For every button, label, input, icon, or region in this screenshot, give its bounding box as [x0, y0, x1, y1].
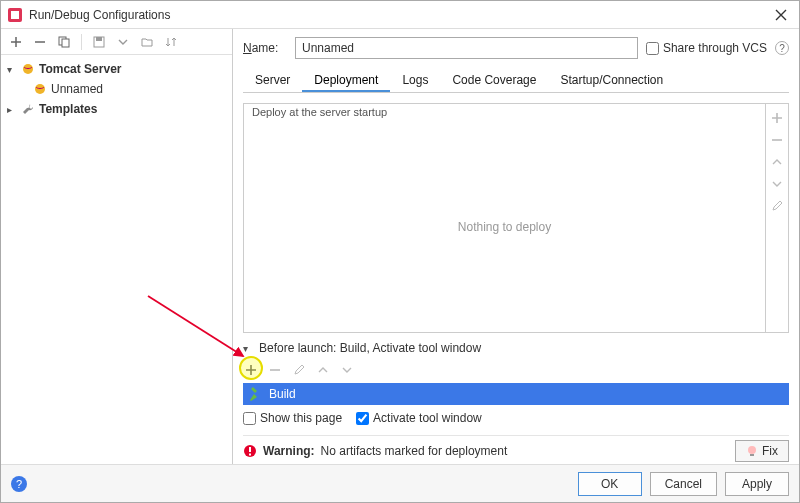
error-icon [243, 444, 257, 458]
chevron-down-icon [342, 365, 352, 375]
apply-button[interactable]: Apply [725, 472, 789, 496]
share-vcs-checkbox[interactable]: Share through VCS [646, 41, 767, 55]
close-button[interactable] [769, 3, 793, 27]
chevron-up-icon [318, 365, 328, 375]
before-launch-title: Before launch: Build, Activate tool wind… [259, 341, 481, 355]
tomcat-icon [33, 82, 47, 96]
minus-icon [34, 36, 46, 48]
tomcat-icon [21, 62, 35, 76]
chevron-down-icon: ▾ [243, 343, 255, 354]
deploy-add-button[interactable] [769, 110, 785, 126]
tab-server[interactable]: Server [243, 69, 302, 92]
activate-tool-window-checkbox[interactable]: Activate tool window [356, 411, 482, 425]
tab-deployment[interactable]: Deployment [302, 69, 390, 92]
tree-label: Unnamed [51, 82, 103, 96]
pencil-icon [771, 200, 783, 212]
svg-rect-1 [11, 11, 19, 19]
show-this-page-label: Show this page [260, 411, 342, 425]
save-icon [93, 36, 105, 48]
expand-tree-button[interactable] [114, 33, 132, 51]
svg-rect-3 [62, 39, 69, 47]
window-title: Run/Debug Configurations [29, 8, 769, 22]
deploy-up-button[interactable] [769, 154, 785, 170]
bulb-icon [746, 445, 758, 457]
close-icon [775, 9, 787, 21]
add-config-button[interactable] [7, 33, 25, 51]
deploy-placeholder: Nothing to deploy [458, 220, 551, 234]
before-launch-header[interactable]: ▾ Before launch: Build, Activate tool wi… [243, 341, 789, 355]
before-launch-item-label: Build [269, 387, 296, 401]
folder-icon [141, 36, 153, 48]
deploy-body-wrap: Deploy at the server startup Nothing to … [244, 104, 788, 332]
tab-code-coverage[interactable]: Code Coverage [440, 69, 548, 92]
titlebar: Run/Debug Configurations [1, 1, 799, 29]
share-vcs-label: Share through VCS [663, 41, 767, 55]
sort-icon [165, 36, 177, 48]
before-launch-add-button[interactable] [243, 362, 259, 378]
remove-config-button[interactable] [31, 33, 49, 51]
deploy-area: Deploy at the server startup Nothing to … [243, 103, 789, 333]
svg-rect-5 [96, 37, 102, 41]
before-launch-section: ▾ Before launch: Build, Activate tool wi… [243, 341, 789, 425]
deploy-down-button[interactable] [769, 176, 785, 192]
left-toolbar [1, 29, 232, 55]
deploy-edit-button[interactable] [769, 198, 785, 214]
before-launch-item-build[interactable]: Build [243, 383, 789, 405]
tab-startup-connection[interactable]: Startup/Connection [548, 69, 675, 92]
chevron-down-icon [118, 37, 128, 47]
copy-config-button[interactable] [55, 33, 73, 51]
before-launch-toolbar [243, 359, 789, 381]
show-this-page-input[interactable] [243, 412, 256, 425]
deploy-side-toolbar [766, 104, 788, 332]
warning-label: Warning: [263, 444, 315, 458]
save-config-button[interactable] [90, 33, 108, 51]
tree-label: Templates [39, 102, 97, 116]
chevron-up-icon [772, 157, 782, 167]
name-row: Name: Share through VCS ? [243, 37, 789, 59]
svg-rect-10 [249, 454, 251, 456]
sort-button[interactable] [162, 33, 180, 51]
fix-button[interactable]: Fix [735, 440, 789, 462]
name-label: Name: [243, 41, 287, 55]
help-icon[interactable]: ? [775, 41, 789, 55]
plus-icon [245, 364, 257, 376]
chevron-down-icon [772, 179, 782, 189]
share-vcs-check-input[interactable] [646, 42, 659, 55]
show-this-page-checkbox[interactable]: Show this page [243, 411, 342, 425]
plus-icon [771, 112, 783, 124]
config-tree: ▾ Tomcat Server Unnamed ▸ Templates [1, 55, 232, 464]
plus-icon [10, 36, 22, 48]
svg-point-11 [748, 446, 756, 454]
tree-item-tomcat[interactable]: ▾ Tomcat Server [1, 59, 232, 79]
tabs: Server Deployment Logs Code Coverage Sta… [243, 69, 789, 93]
minus-icon [771, 134, 783, 146]
cancel-button[interactable]: Cancel [650, 472, 717, 496]
copy-icon [58, 36, 70, 48]
button-bar: ? OK Cancel Apply [1, 464, 799, 502]
pencil-icon [293, 364, 305, 376]
tree-label: Tomcat Server [39, 62, 121, 76]
tree-item-templates[interactable]: ▸ Templates [1, 99, 232, 119]
warning-text: No artifacts marked for deployment [321, 444, 508, 458]
before-launch-up-button[interactable] [315, 362, 331, 378]
right-panel: Name: Share through VCS ? Server Deploym… [233, 29, 799, 464]
fix-label: Fix [762, 444, 778, 458]
collapse-tree-button[interactable] [138, 33, 156, 51]
warning-row: Warning: No artifacts marked for deploym… [243, 435, 789, 466]
help-button[interactable]: ? [11, 476, 27, 492]
before-launch-edit-button[interactable] [291, 362, 307, 378]
before-launch-checks: Show this page Activate tool window [243, 411, 789, 425]
activate-tool-window-input[interactable] [356, 412, 369, 425]
before-launch-remove-button[interactable] [267, 362, 283, 378]
ok-button[interactable]: OK [578, 472, 642, 496]
minus-icon [269, 364, 281, 376]
wrench-icon [21, 102, 35, 116]
activate-tool-window-label: Activate tool window [373, 411, 482, 425]
name-input[interactable] [295, 37, 638, 59]
tab-logs[interactable]: Logs [390, 69, 440, 92]
before-launch-down-button[interactable] [339, 362, 355, 378]
tree-item-unnamed[interactable]: Unnamed [1, 79, 232, 99]
svg-rect-9 [249, 447, 251, 452]
deploy-remove-button[interactable] [769, 132, 785, 148]
hammer-icon [249, 387, 263, 401]
